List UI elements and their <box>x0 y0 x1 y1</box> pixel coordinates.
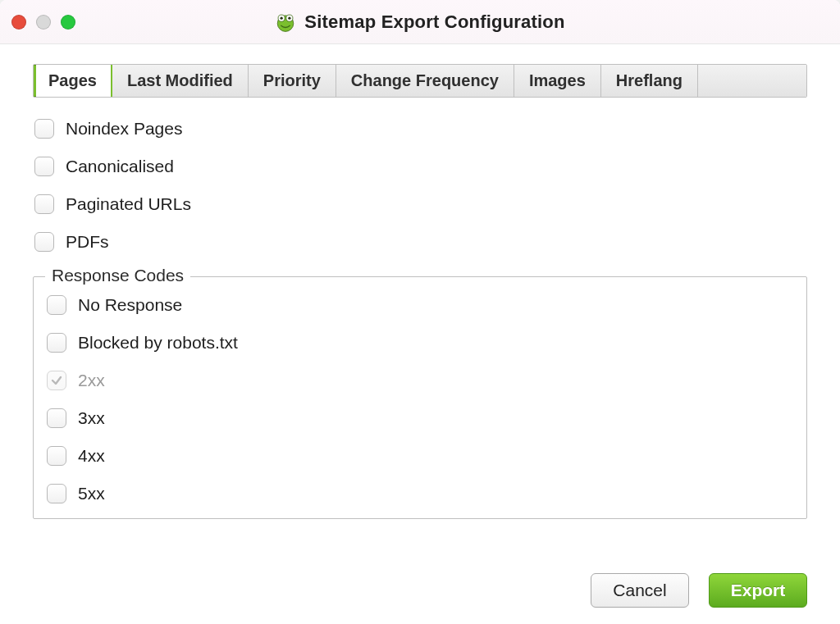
checkbox-label: Canonicalised <box>66 157 174 176</box>
option-canonicalised: Canonicalised <box>34 157 807 176</box>
tab-priority[interactable]: Priority <box>249 65 336 97</box>
tab-hreflang[interactable]: Hreflang <box>601 65 698 97</box>
svg-point-3 <box>281 16 283 19</box>
option-2xx: 2xx <box>47 371 795 390</box>
export-button[interactable]: Export <box>709 573 807 608</box>
checkbox-noindex-pages[interactable] <box>34 119 54 139</box>
checkbox-label: 5xx <box>78 484 105 503</box>
tab-last-modified[interactable]: Last Modified <box>112 65 249 97</box>
tab-label: Priority <box>263 71 321 89</box>
check-icon <box>50 374 63 387</box>
dialog-footer: Cancel Export <box>33 550 807 608</box>
option-noindex-pages: Noindex Pages <box>34 119 807 139</box>
tab-label: Change Frequency <box>351 71 499 89</box>
checkbox-label: 4xx <box>78 446 105 466</box>
zoom-window-button[interactable] <box>61 15 75 30</box>
checkbox-pdfs[interactable] <box>34 232 54 252</box>
svg-point-4 <box>289 16 291 19</box>
option-blocked-by-robots: Blocked by robots.txt <box>47 333 795 353</box>
title-center: Sitemap Export Configuration <box>275 11 564 33</box>
checkbox-label: No Response <box>78 295 182 315</box>
response-codes-list: No Response Blocked by robots.txt 2xx <box>45 295 795 503</box>
checkbox-label: 2xx <box>78 371 105 390</box>
checkbox-canonicalised[interactable] <box>34 157 54 176</box>
button-label: Cancel <box>613 581 666 599</box>
checkbox-label: Paginated URLs <box>66 194 191 214</box>
checkbox-blocked-by-robots[interactable] <box>47 333 66 353</box>
response-codes-legend: Response Codes <box>45 266 190 285</box>
checkbox-label: Blocked by robots.txt <box>78 333 238 353</box>
checkbox-5xx[interactable] <box>47 484 66 503</box>
checkbox-2xx <box>47 371 66 390</box>
tab-change-frequency[interactable]: Change Frequency <box>336 65 514 97</box>
option-no-response: No Response <box>47 295 795 315</box>
response-codes-group: Response Codes No Response Blocked by ro… <box>33 276 807 519</box>
tab-pages[interactable]: Pages <box>34 65 112 97</box>
tab-label: Hreflang <box>616 71 682 89</box>
page-options: Noindex Pages Canonicalised Paginated UR… <box>33 119 807 252</box>
option-4xx: 4xx <box>47 446 795 466</box>
tab-label: Pages <box>48 71 97 89</box>
option-3xx: 3xx <box>47 408 795 428</box>
checkbox-label: Noindex Pages <box>66 119 182 139</box>
option-paginated-urls: Paginated URLs <box>34 194 807 214</box>
option-5xx: 5xx <box>47 484 795 503</box>
checkbox-3xx[interactable] <box>47 408 66 428</box>
checkbox-no-response[interactable] <box>47 295 66 315</box>
checkbox-label: 3xx <box>78 408 105 428</box>
dialog-window: Sitemap Export Configuration Pages Last … <box>0 0 840 624</box>
button-label: Export <box>731 581 786 599</box>
tabbar-filler <box>698 65 806 97</box>
minimize-window-button[interactable] <box>36 15 51 30</box>
titlebar: Sitemap Export Configuration <box>0 0 840 44</box>
option-pdfs: PDFs <box>34 232 807 252</box>
window-controls <box>11 15 75 30</box>
checkbox-label: PDFs <box>66 232 109 252</box>
app-frog-icon <box>275 11 296 33</box>
dialog-content: Pages Last Modified Priority Change Freq… <box>0 44 840 624</box>
checkbox-paginated-urls[interactable] <box>34 194 54 214</box>
tab-images[interactable]: Images <box>514 65 601 97</box>
tabbar: Pages Last Modified Priority Change Freq… <box>33 64 807 98</box>
tab-label: Last Modified <box>127 71 233 89</box>
cancel-button[interactable]: Cancel <box>591 573 689 608</box>
close-window-button[interactable] <box>11 15 26 30</box>
checkbox-4xx[interactable] <box>47 446 66 466</box>
window-title: Sitemap Export Configuration <box>304 11 564 33</box>
tab-label: Images <box>529 71 586 89</box>
